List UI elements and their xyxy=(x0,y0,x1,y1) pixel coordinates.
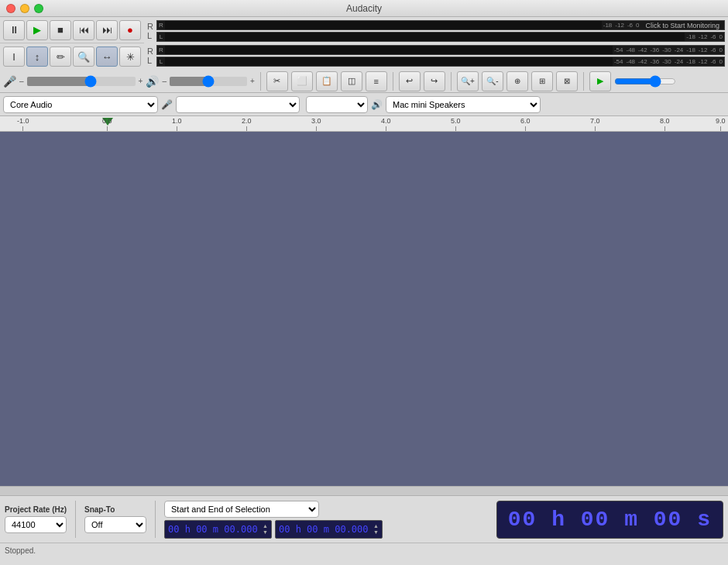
output-vu-label: RL xyxy=(147,47,153,65)
play-button[interactable]: ▶ xyxy=(26,20,48,40)
window-controls[interactable] xyxy=(6,4,43,13)
vu-l-tick-neg6: -6 xyxy=(709,33,717,40)
vu-tick-neg18: -18 xyxy=(602,22,614,29)
snap-to-label: Snap-To xyxy=(84,505,146,514)
divider-4 xyxy=(583,72,584,91)
click-to-start-monitor[interactable]: Click to Start Monitoring xyxy=(640,22,724,29)
app-title: Audacity xyxy=(346,3,382,14)
zoom-out-button[interactable]: 🔍- xyxy=(482,71,503,91)
time-input-1-field[interactable] xyxy=(168,524,261,535)
zoom-tool-button[interactable]: 🔍 xyxy=(73,47,94,67)
paste-button[interactable]: 📋 xyxy=(316,71,338,91)
divider-1 xyxy=(260,72,261,91)
vu-l-label: L xyxy=(157,33,165,40)
ruler-tick-9: 9.0 xyxy=(716,117,726,131)
selection-type-select[interactable]: Start and End of Selection xyxy=(164,501,319,518)
time-input-2-field[interactable] xyxy=(279,524,372,535)
horizontal-scrollbar[interactable] xyxy=(0,486,728,495)
snap-to-select[interactable]: Off xyxy=(84,516,146,533)
ruler-canvas: -1.0 0.0 1.0 2.0 3.0 4.0 5.0 6.0 xyxy=(3,116,725,131)
output-vol-max: + xyxy=(250,77,255,85)
play-speed-slider[interactable] xyxy=(614,78,676,85)
minimize-button[interactable] xyxy=(20,4,29,13)
vu-meter-right[interactable]: R -18 -12 -6 0 Click to Start Monitoring xyxy=(156,20,725,30)
output-vu-section: RL R -54 -48 -42 -36 -30 -24 -18 -12 -6 … xyxy=(144,43,728,70)
timeline-ruler: -1.0 0.0 1.0 2.0 3.0 4.0 5.0 6.0 xyxy=(0,116,728,132)
device-row: Core Audio 🎤 🔊 Mac mini Speakers xyxy=(0,93,728,116)
channels-select[interactable] xyxy=(306,96,368,113)
ruler-tick-2: 2.0 xyxy=(242,117,252,131)
time-2-down[interactable]: ▼ xyxy=(373,529,379,535)
zoom-sel-button[interactable]: ⊕ xyxy=(507,71,528,91)
silence-button[interactable]: ≡ xyxy=(366,71,387,91)
time-1-arrows[interactable]: ▲ ▼ xyxy=(263,523,268,535)
volume-row: 🎤 – + 🔊 – + ✂ ⬜ 📋 ◫ ≡ ↩ ↪ 🔍+ 🔍- ⊕ ⊞ ⊠ ▶ xyxy=(0,70,728,93)
time-1-down[interactable]: ▼ xyxy=(263,529,268,535)
output-device-select[interactable]: Mac mini Speakers xyxy=(386,96,541,113)
draw-tool-button[interactable]: ✏ xyxy=(50,47,71,67)
selection-group: Start and End of Selection ▲ ▼ ▲ xyxy=(164,501,383,539)
vu-bar-left xyxy=(165,33,685,41)
big-clock: 00 h 00 m 00 s xyxy=(496,501,723,539)
ruler-tick-5: 5.0 xyxy=(451,117,461,131)
output-volume-slider[interactable] xyxy=(170,77,247,86)
project-rate-label: Project Rate (Hz) xyxy=(5,505,67,514)
zoom-fit-button[interactable]: ⊞ xyxy=(531,71,553,91)
record-button[interactable]: ● xyxy=(119,20,141,40)
input-volume-slider[interactable] xyxy=(27,77,136,86)
ruler-tick-neg1: -1.0 xyxy=(17,117,29,131)
select-tool-button[interactable]: I xyxy=(3,47,25,67)
output-vu-right[interactable]: R -54 -48 -42 -36 -30 -24 -18 -12 -6 0 xyxy=(156,45,725,55)
envelope-tool-button[interactable]: ↕ xyxy=(26,47,48,67)
cut-button[interactable]: ✂ xyxy=(266,71,288,91)
time-input-1[interactable]: ▲ ▼ xyxy=(164,520,272,539)
input-device-select[interactable] xyxy=(176,96,300,113)
input-device-icon: 🎤 xyxy=(161,99,173,110)
close-button[interactable] xyxy=(6,4,15,13)
speaker-icon: 🔊 xyxy=(146,75,159,88)
ruler-tick-3: 3.0 xyxy=(311,117,321,131)
redo-button[interactable]: ↪ xyxy=(424,71,445,91)
play-at-speed-button[interactable]: ▶ xyxy=(589,71,611,91)
maximize-button[interactable] xyxy=(34,4,43,13)
titlebar: Audacity xyxy=(0,0,728,17)
output-vu-left[interactable]: L -54 -48 -42 -36 -30 -24 -18 -12 -6 0 xyxy=(156,57,725,67)
track-area[interactable] xyxy=(0,132,728,486)
time-input-2[interactable]: ▲ ▼ xyxy=(275,520,383,539)
time-inputs: ▲ ▼ ▲ ▼ xyxy=(164,520,383,539)
vu-l-tick-neg12: -12 xyxy=(697,33,709,40)
trim-button[interactable]: ◫ xyxy=(341,71,362,91)
divider-2 xyxy=(393,72,393,91)
project-rate-select[interactable]: 44100 xyxy=(5,516,67,533)
output-vol-min: – xyxy=(162,77,167,85)
audio-host-select[interactable]: Core Audio xyxy=(3,96,158,113)
time-2-arrows[interactable]: ▲ ▼ xyxy=(373,523,379,535)
time-1-up[interactable]: ▲ xyxy=(263,523,268,529)
vu-tick-neg6: -6 xyxy=(626,22,634,29)
bottom-divider-2 xyxy=(155,501,156,538)
time-2-up[interactable]: ▲ xyxy=(373,523,379,529)
skip-start-button[interactable]: ⏮ xyxy=(73,20,94,40)
zoom-in-button[interactable]: 🔍+ xyxy=(457,71,479,91)
timeshift-tool-button[interactable]: ↔ xyxy=(96,47,118,67)
pause-button[interactable]: ⏸ xyxy=(3,20,25,40)
undo-button[interactable]: ↩ xyxy=(399,71,421,91)
divider-3 xyxy=(451,72,452,91)
project-rate-group: Project Rate (Hz) 44100 xyxy=(5,505,67,533)
zoom-toggle-button[interactable]: ⊠ xyxy=(556,71,578,91)
vu-l-tick-0: 0 xyxy=(718,33,724,40)
vu-tick-0: 0 xyxy=(634,22,640,29)
vu-bar-right xyxy=(165,21,602,29)
clock-display: 00 h 00 m 00 s xyxy=(508,508,712,532)
multi-tool-button[interactable]: ✳ xyxy=(119,47,141,67)
vu-meter-left[interactable]: L -18 -12 -6 0 xyxy=(156,32,725,42)
ruler-tick-6: 6.0 xyxy=(520,117,531,131)
tools-toolbar: I ↕ ✏ 🔍 ↔ ✳ xyxy=(0,43,144,70)
status-bar: Stopped. xyxy=(0,543,728,558)
microphone-icon: 🎤 xyxy=(3,75,16,88)
copy-button[interactable]: ⬜ xyxy=(291,71,313,91)
stop-button[interactable]: ■ xyxy=(50,20,71,40)
skip-end-button[interactable]: ⏭ xyxy=(96,20,118,40)
status-text: Stopped. xyxy=(5,546,36,555)
vu-r-label: R xyxy=(157,22,165,29)
